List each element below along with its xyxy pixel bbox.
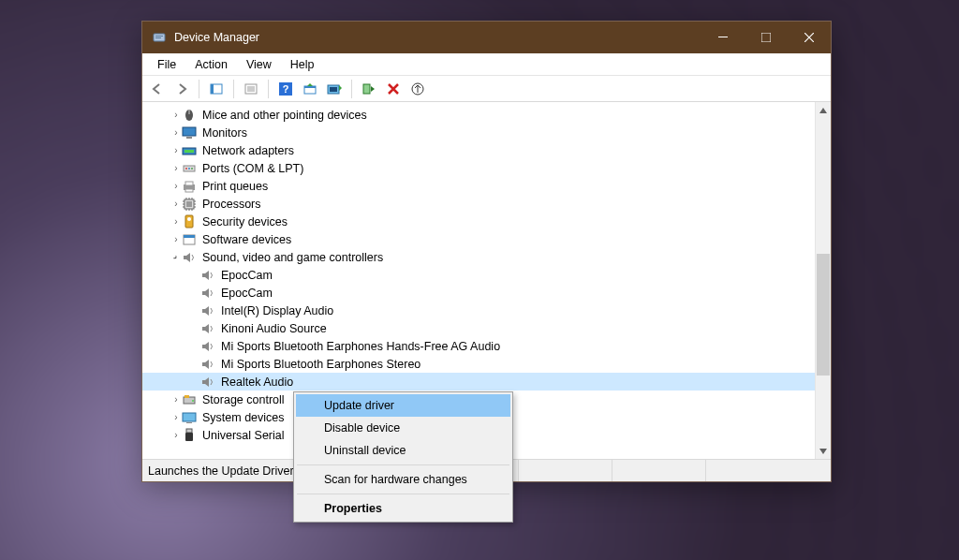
scroll-up-arrow-icon[interactable] xyxy=(816,102,831,118)
chevron-right-icon[interactable]: › xyxy=(170,234,182,244)
tree-device[interactable]: Mi Sports Bluetooth Earphones Stereo xyxy=(142,355,815,373)
svg-rect-24 xyxy=(184,150,194,153)
chevron-right-icon[interactable]: › xyxy=(170,163,182,173)
svg-rect-54 xyxy=(186,422,192,423)
minimize-button[interactable] xyxy=(701,22,745,53)
tree-category-monitors[interactable]: ›Monitors xyxy=(142,124,815,141)
context-uninstall-device[interactable]: Uninstall device xyxy=(296,439,510,462)
tree-category-print[interactable]: ›Print queues xyxy=(142,177,815,195)
tree-category-sound[interactable]: ›Sound, video and game controllers xyxy=(142,248,815,266)
category-label: Universal Serial xyxy=(202,429,285,442)
scrollbar-thumb[interactable] xyxy=(817,254,830,376)
close-button[interactable] xyxy=(788,22,831,53)
context-item-label: Properties xyxy=(324,502,382,515)
device-label: EpocCam xyxy=(221,269,273,282)
category-label: Print queues xyxy=(202,180,268,193)
svg-point-27 xyxy=(188,168,190,169)
chevron-right-icon[interactable]: › xyxy=(170,412,182,422)
speaker-icon xyxy=(200,268,215,283)
svg-rect-14 xyxy=(304,86,316,88)
tree-device[interactable]: EpocCam xyxy=(142,284,815,302)
context-update-driver[interactable]: Update driver xyxy=(296,394,510,417)
svg-rect-56 xyxy=(185,433,193,441)
svg-rect-22 xyxy=(186,137,192,139)
context-item-label: Update driver xyxy=(324,399,394,412)
uninstall-device-toolbar-button[interactable] xyxy=(382,79,405,99)
tree-device-selected[interactable]: Realtek Audio xyxy=(142,373,815,391)
category-label: Security devices xyxy=(202,215,288,228)
speaker-icon xyxy=(200,286,215,301)
app-icon xyxy=(152,30,167,45)
update-driver-toolbar-button[interactable] xyxy=(323,79,346,99)
context-properties[interactable]: Properties xyxy=(296,497,510,520)
enable-device-toolbar-button[interactable] xyxy=(358,79,380,99)
category-label: Software devices xyxy=(202,233,291,246)
mouse-icon xyxy=(182,108,197,123)
status-cell xyxy=(518,460,612,481)
add-legacy-hardware-button[interactable] xyxy=(406,79,429,99)
speaker-icon xyxy=(200,375,215,390)
security-icon xyxy=(182,214,197,229)
svg-text:?: ? xyxy=(283,83,289,95)
tree-device[interactable]: Mi Sports Bluetooth Earphones Hands-Free… xyxy=(142,337,815,355)
titlebar[interactable]: Device Manager xyxy=(142,22,831,53)
network-icon xyxy=(182,143,197,158)
tree-category-ports[interactable]: ›Ports (COM & LPT) xyxy=(142,159,815,177)
menu-view[interactable]: View xyxy=(237,56,281,73)
help-toolbar-button[interactable]: ? xyxy=(274,79,297,99)
category-label: Mice and other pointing devices xyxy=(202,109,367,122)
svg-point-26 xyxy=(185,168,187,169)
chevron-right-icon[interactable]: › xyxy=(170,430,182,440)
speaker-icon xyxy=(200,357,215,372)
device-label: Intel(R) Display Audio xyxy=(221,304,333,317)
tree-device[interactable]: Intel(R) Display Audio xyxy=(142,302,815,319)
forward-button[interactable] xyxy=(170,79,193,99)
tree-category-security[interactable]: ›Security devices xyxy=(142,213,815,230)
menu-help[interactable]: Help xyxy=(281,56,324,73)
scan-hardware-toolbar-button[interactable] xyxy=(299,79,321,99)
tree-device[interactable]: Kinoni Audio Source xyxy=(142,319,815,337)
back-button[interactable] xyxy=(146,79,169,99)
tree-category-processors[interactable]: ›Processors xyxy=(142,195,815,213)
svg-rect-30 xyxy=(185,182,193,185)
category-label: System devices xyxy=(202,411,285,424)
monitor-icon xyxy=(182,125,197,140)
tree-device[interactable]: EpocCam xyxy=(142,266,815,284)
chevron-right-icon[interactable]: › xyxy=(170,199,182,209)
svg-rect-17 xyxy=(363,84,370,94)
status-cell xyxy=(705,460,831,481)
maximize-button[interactable] xyxy=(745,22,788,53)
svg-point-28 xyxy=(191,168,193,169)
context-disable-device[interactable]: Disable device xyxy=(296,417,510,439)
tree-category-network[interactable]: ›Network adapters xyxy=(142,141,815,159)
chevron-right-icon[interactable]: › xyxy=(170,216,182,227)
system-icon xyxy=(182,410,197,425)
chevron-right-icon[interactable]: › xyxy=(170,145,182,155)
speaker-icon xyxy=(200,303,215,318)
show-hide-tree-button[interactable] xyxy=(205,79,228,99)
svg-rect-3 xyxy=(718,37,728,37)
context-scan-hardware[interactable]: Scan for hardware changes xyxy=(296,468,510,491)
vertical-scrollbar[interactable] xyxy=(815,102,831,459)
status-cell xyxy=(612,460,705,481)
properties-toolbar-button[interactable] xyxy=(240,79,262,99)
cpu-icon xyxy=(182,197,197,212)
menu-action[interactable]: Action xyxy=(185,56,237,73)
tree-category-software[interactable]: ›Software devices xyxy=(142,230,815,248)
context-menu: Update driver Disable device Uninstall d… xyxy=(293,391,513,523)
svg-rect-4 xyxy=(761,33,771,42)
svg-rect-1 xyxy=(155,36,163,37)
svg-rect-46 xyxy=(185,215,193,228)
chevron-right-icon[interactable]: › xyxy=(170,110,182,120)
menubar: File Action View Help xyxy=(142,53,831,76)
chevron-right-icon[interactable]: › xyxy=(170,127,182,138)
menu-file[interactable]: File xyxy=(148,56,185,73)
tree-category-mice[interactable]: ›Mice and other pointing devices xyxy=(142,106,815,124)
scroll-down-arrow-icon[interactable] xyxy=(816,443,831,459)
storage-icon xyxy=(182,392,197,407)
chevron-right-icon[interactable]: › xyxy=(170,394,182,405)
printer-icon xyxy=(182,179,197,194)
chevron-right-icon[interactable]: › xyxy=(170,181,182,191)
svg-rect-16 xyxy=(330,87,337,92)
category-label: Monitors xyxy=(202,126,247,140)
